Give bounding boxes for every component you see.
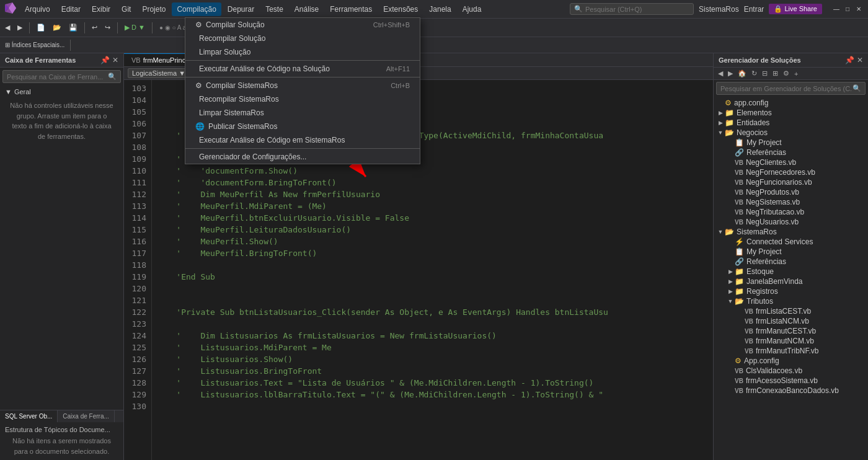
tree-item[interactable]: VBNegFornecedores.vb (714, 167, 868, 177)
toolbox-toggle[interactable]: ⊞ Índices Espaciais... (2, 40, 67, 50)
tree-item[interactable]: ▶📁Registros (714, 286, 868, 296)
menu-projeto[interactable]: Projeto (137, 2, 170, 16)
menu-compilacao[interactable]: Compilação (172, 2, 221, 16)
tree-item-label: Entidades (737, 118, 769, 127)
sol-pending-btn[interactable]: ⊞ (771, 69, 780, 78)
back-button[interactable]: ◀ (2, 22, 12, 33)
global-search[interactable]: 🔍 (570, 3, 694, 15)
vertical-scrollbar[interactable] (707, 80, 713, 460)
menu-depurar[interactable]: Depurar (223, 2, 259, 16)
maximize-button[interactable]: □ (843, 5, 852, 14)
tree-item[interactable]: ▶📁Elementos (714, 108, 868, 118)
code-line-119: 'End Sub (157, 271, 702, 283)
enter-button[interactable]: Entrar (744, 5, 764, 14)
vb-icon: VB (735, 209, 743, 216)
tree-container: ⚙app.config▶📁Elementos▶📁Entidades▼📂Negoc… (714, 98, 868, 396)
tree-item[interactable]: ▶📁JanelaBemVinda (714, 276, 868, 286)
menu-ferramentas[interactable]: Ferramentas (325, 2, 377, 16)
tab-caixa-ferr[interactable]: Caixa de Ferra... (58, 410, 114, 422)
vb-icon: VB (735, 189, 743, 196)
tree-item[interactable]: ▼📂Negocios (714, 128, 868, 138)
editor-tab-sistemar[interactable]: SistemaRos (203, 54, 255, 66)
sol-refresh-btn[interactable]: ↻ (750, 69, 759, 78)
save-button[interactable]: 💾 (66, 22, 80, 33)
vb-icon: VB (735, 159, 743, 166)
menu-janela[interactable]: Janela (424, 2, 456, 16)
tree-item[interactable]: VBNegProdutos.vb (714, 187, 868, 197)
debug-start-button[interactable]: ▶ D ▼ (122, 22, 148, 33)
code-line-108 (157, 141, 702, 153)
tree-item[interactable]: ▶📁Entidades (714, 118, 868, 128)
doc-structure-label: Estrutura de Tópicos do Docume... (5, 426, 118, 433)
tree-item[interactable]: 📋My Project (714, 247, 868, 257)
tree-item[interactable]: VBNegTributacao.vb (714, 207, 868, 217)
tree-item[interactable]: ⚡Connected Services (714, 237, 868, 247)
tree-item[interactable]: ⚙app.config (714, 98, 868, 108)
sol-exp-close-icon[interactable]: ✕ (857, 56, 863, 64)
live-share-button[interactable]: 🔒 Live Share (769, 4, 822, 14)
sol-home-btn[interactable]: 🏠 (736, 69, 748, 78)
editor-tab-close-icon[interactable]: ✕ (190, 57, 195, 64)
menu-extensoes[interactable]: Extensões (378, 2, 423, 16)
code-content[interactable]: ' 'Dim documentForm As frmMinhaContaUsua… (152, 80, 707, 460)
tab-sql-server[interactable]: SQL Server Ob... (0, 410, 58, 422)
sol-forward-btn[interactable]: ▶ (726, 69, 735, 78)
menu-git[interactable]: Git (117, 2, 136, 16)
toolbox-geral-header[interactable]: ▼ Geral (5, 88, 118, 95)
folder-icon: 📁 (735, 287, 744, 296)
tree-item[interactable]: VBfrmManutNCM.vb (714, 336, 868, 346)
tree-item[interactable]: ⚙App.config (714, 356, 868, 366)
tree-item[interactable]: 🔗Referências (714, 148, 868, 157)
menu-analise[interactable]: Análise (290, 2, 324, 16)
redo-button[interactable]: ↪ (102, 22, 113, 33)
tree-item[interactable]: VBClsValidacoes.vb (714, 366, 868, 376)
toolbox-pin-icon[interactable]: 📌 (100, 56, 110, 64)
line-num-118: 118 (129, 259, 146, 271)
menu-exibir[interactable]: Exibir (87, 2, 115, 16)
menu-editar[interactable]: Editar (56, 2, 86, 16)
sol-collapse-btn[interactable]: ⊟ (760, 69, 769, 78)
tree-item[interactable]: VBfrmListaNCM.vb (714, 316, 868, 326)
sol-back-btn[interactable]: ◀ (716, 69, 725, 78)
tree-item[interactable]: VBNegFuncionarios.vb (714, 177, 868, 187)
sol-exp-pin-icon[interactable]: 📌 (845, 56, 854, 64)
sol-filter-btn[interactable]: ⚙ (781, 69, 791, 78)
tree-item[interactable]: 🔗Referências (714, 257, 868, 267)
open-button[interactable]: 📂 (50, 22, 64, 33)
tree-item[interactable]: VBfrmManutTribNF.vb (714, 346, 868, 356)
minimize-button[interactable]: — (832, 5, 841, 14)
toolbox-search-icon: 🔍 (108, 73, 117, 81)
tree-item[interactable]: VBNegUsuarios.vb (714, 217, 868, 227)
tree-item[interactable]: 📋My Project (714, 138, 868, 148)
tree-item[interactable]: ▶📁Estoque (714, 267, 868, 276)
menu-arquivo[interactable]: Arquivo (20, 2, 55, 16)
toolbox-search-input[interactable] (7, 73, 108, 81)
tree-item[interactable]: ▼📂Tributos (714, 296, 868, 306)
tree-item[interactable]: VBfrmManutCEST.vb (714, 326, 868, 336)
forward-button[interactable]: ▶ (15, 22, 25, 33)
new-file-button[interactable]: 📄 (34, 22, 48, 33)
close-button[interactable]: ✕ (854, 5, 863, 14)
tree-item[interactable]: ▼📂SistemaRos (714, 227, 868, 237)
method-dropdown[interactable]: LogicaSistema ▼ (128, 68, 190, 78)
toolbox-close-icon[interactable]: ✕ (112, 56, 118, 64)
menu-ajuda[interactable]: Ajuda (458, 2, 487, 16)
tree-item[interactable]: VBfrmConexaoBancoDados.vb (714, 386, 868, 396)
solution-search-input[interactable] (720, 85, 852, 92)
undo-button[interactable]: ↩ (89, 22, 100, 33)
toolbox-search-box[interactable]: 🔍 (2, 70, 121, 83)
menu-teste[interactable]: Teste (260, 2, 288, 16)
editor-tab-frmmenu[interactable]: VB frmMenuPrinci ✕ (124, 53, 203, 66)
tree-item[interactable]: VBfrmListaCEST.vb (714, 306, 868, 316)
search-input[interactable] (585, 6, 678, 13)
solution-search-box[interactable]: 🔍 (716, 82, 866, 95)
tree-item[interactable]: VBNegClientes.vb (714, 157, 868, 167)
sol-add-btn[interactable]: + (792, 69, 800, 78)
line-num-122: 122 (129, 306, 146, 318)
tree-item[interactable]: VBNegSistemas.vb (714, 197, 868, 207)
connected-icon: ⚡ (735, 237, 744, 246)
code-line-103 (157, 82, 702, 94)
sec-toolbar-sep (70, 40, 71, 51)
extra-toolbar-items: ● ◉ ○ A a → ◀ ▶ × ≡ □ (157, 23, 226, 32)
tree-item[interactable]: VBfrmAcessoSistema.vb (714, 376, 868, 386)
